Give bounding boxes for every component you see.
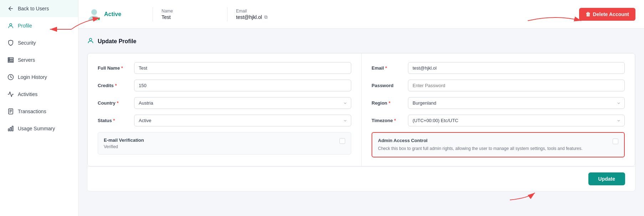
main-content: Active Name Test Email test@hjkl.ol ⧉ 🗑 … bbox=[78, 0, 644, 216]
email-input[interactable] bbox=[408, 62, 625, 74]
verification-title: E-mail Verification bbox=[104, 137, 144, 143]
status-select[interactable]: Active bbox=[134, 115, 351, 126]
svg-point-6 bbox=[9, 60, 9, 60]
password-label: Password bbox=[372, 83, 404, 88]
email-value: test@hjkl.ol bbox=[236, 14, 262, 20]
header-email-field: Email test@hjkl.ol ⧉ bbox=[236, 9, 293, 20]
svg-point-16 bbox=[90, 38, 92, 41]
sidebar-item-transactions[interactable]: Transactions bbox=[0, 103, 78, 120]
form-right-column: Email * Password Region * bbox=[361, 54, 635, 166]
sidebar-login-history-label: Login History bbox=[18, 74, 47, 80]
copy-icon[interactable]: ⧉ bbox=[264, 14, 267, 20]
full-name-input[interactable] bbox=[134, 62, 351, 74]
full-name-label: Full Name * bbox=[98, 65, 130, 71]
region-select[interactable]: Burgenland bbox=[408, 97, 625, 109]
svg-rect-13 bbox=[10, 127, 11, 131]
status-label: Status * bbox=[98, 118, 130, 123]
email-verification-box: E-mail Verification Verified bbox=[98, 132, 351, 155]
sidebar-usage-summary-label: Usage Summary bbox=[18, 126, 55, 131]
activity-icon bbox=[7, 91, 14, 98]
admin-access-desc: Check this box to grant full admin right… bbox=[378, 145, 583, 152]
country-row: Country * Austria bbox=[98, 97, 351, 109]
svg-rect-12 bbox=[8, 129, 9, 131]
delete-account-button[interactable]: 🗑 Delete Account bbox=[579, 8, 635, 21]
user-status: Active bbox=[87, 7, 144, 21]
header-bar: Active Name Test Email test@hjkl.ol ⧉ 🗑 … bbox=[78, 0, 644, 29]
form-left-column: Full Name * Credits * Country * bbox=[88, 54, 361, 166]
country-label: Country * bbox=[98, 100, 130, 106]
profile-content: Update Profile Full Name * Credits * bbox=[78, 29, 644, 216]
server-icon bbox=[7, 56, 14, 64]
region-row: Region * Burgenland bbox=[372, 97, 625, 109]
svg-point-1 bbox=[10, 24, 12, 26]
trash-icon: 🗑 bbox=[586, 11, 591, 17]
profile-form: Full Name * Credits * Country * bbox=[87, 53, 635, 166]
status-dot bbox=[97, 17, 101, 21]
region-label: Region * bbox=[372, 100, 404, 106]
timezone-row: Timezone * (UTC+00:00) Etc/UTC bbox=[372, 115, 625, 126]
sidebar-back-label: Back to Users bbox=[18, 6, 49, 11]
sidebar-item-activities[interactable]: Activities bbox=[0, 86, 78, 103]
full-name-row: Full Name * bbox=[98, 62, 351, 74]
sidebar-item-login-history[interactable]: Login History bbox=[0, 69, 78, 86]
name-label: Name bbox=[162, 9, 219, 14]
verification-status: Verified bbox=[104, 144, 144, 149]
timezone-select[interactable]: (UTC+00:00) Etc/UTC bbox=[408, 115, 625, 126]
header-divider-1 bbox=[153, 7, 153, 21]
sidebar-security-label: Security bbox=[18, 40, 36, 46]
email-row-form: Email * bbox=[372, 62, 625, 74]
sidebar-item-profile[interactable]: Profile bbox=[0, 17, 78, 34]
clock-icon bbox=[7, 74, 14, 81]
svg-point-15 bbox=[91, 9, 97, 15]
sidebar-item-usage-summary[interactable]: Usage Summary bbox=[0, 120, 78, 137]
admin-access-text: Admin Access Control Check this box to g… bbox=[378, 138, 583, 152]
password-row: Password bbox=[372, 80, 625, 91]
header-divider-2 bbox=[227, 7, 228, 21]
status-row: Status * Active bbox=[98, 115, 351, 126]
status-label: Active bbox=[104, 11, 121, 17]
timezone-label: Timezone * bbox=[372, 118, 404, 123]
svg-rect-4 bbox=[8, 61, 14, 62]
name-value: Test bbox=[162, 14, 219, 20]
verification-text: E-mail Verification Verified bbox=[104, 137, 144, 149]
arrow-left-icon bbox=[7, 5, 14, 12]
password-input[interactable] bbox=[408, 80, 625, 91]
credits-label: Credits * bbox=[98, 83, 130, 88]
sidebar-servers-label: Servers bbox=[18, 57, 35, 63]
sidebar-item-security[interactable]: Security bbox=[0, 34, 78, 51]
avatar bbox=[87, 7, 101, 21]
sidebar-item-servers[interactable]: Servers bbox=[0, 51, 78, 69]
form-footer: Update bbox=[87, 166, 635, 191]
email-label: Email bbox=[236, 9, 293, 14]
user-circle-icon bbox=[7, 22, 14, 29]
credits-input[interactable] bbox=[134, 80, 351, 91]
receipt-icon bbox=[7, 108, 14, 115]
admin-access-box: Admin Access Control Check this box to g… bbox=[372, 132, 625, 157]
sidebar-item-back-to-users[interactable]: Back to Users bbox=[0, 0, 78, 17]
sidebar-profile-label: Profile bbox=[18, 23, 32, 29]
sidebar: Back to Users Profile Security Servers bbox=[0, 0, 78, 216]
section-heading: Update Profile bbox=[98, 38, 136, 45]
admin-access-checkbox[interactable] bbox=[613, 139, 618, 144]
delete-account-label: Delete Account bbox=[593, 11, 629, 17]
sidebar-activities-label: Activities bbox=[18, 91, 37, 97]
shield-icon bbox=[7, 39, 14, 46]
form-email-label: Email * bbox=[372, 65, 404, 71]
admin-access-title: Admin Access Control bbox=[378, 138, 583, 143]
credits-row: Credits * bbox=[98, 80, 351, 91]
bar-chart-icon bbox=[7, 125, 14, 132]
svg-rect-14 bbox=[12, 126, 13, 131]
email-verification-checkbox[interactable] bbox=[339, 138, 345, 144]
header-name-field: Name Test bbox=[162, 9, 219, 20]
user-circle-section-icon bbox=[87, 37, 94, 46]
update-button[interactable]: Update bbox=[588, 172, 625, 185]
svg-point-5 bbox=[9, 58, 9, 59]
section-title: Update Profile bbox=[87, 37, 635, 46]
email-row: test@hjkl.ol ⧉ bbox=[236, 14, 293, 20]
country-select[interactable]: Austria bbox=[134, 97, 351, 109]
sidebar-transactions-label: Transactions bbox=[18, 109, 46, 114]
